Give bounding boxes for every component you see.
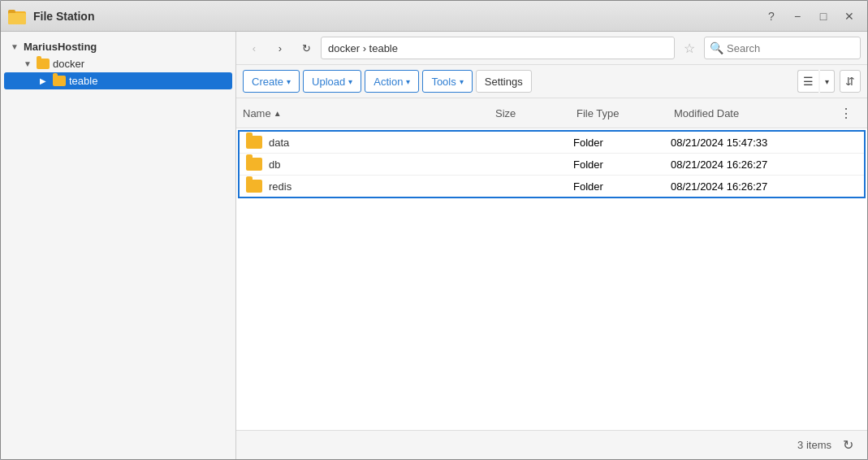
bookmark-button[interactable]: ☆ — [678, 37, 701, 59]
file-name-cell: data — [246, 136, 492, 149]
table-row[interactable]: db Folder 08/21/2024 16:26:27 — [240, 154, 864, 176]
file-list-header: Name ▲ Size File Type Modified Date ⋮ — [236, 98, 867, 128]
sort-button[interactable]: ⇵ — [840, 70, 861, 93]
create-label: Create — [252, 76, 283, 88]
file-modified: 08/21/2024 16:26:27 — [671, 180, 833, 193]
list-view-button[interactable]: ☰ — [797, 70, 818, 93]
sidebar-item-label: docker — [53, 58, 84, 70]
file-name-cell: redis — [246, 180, 492, 193]
sidebar: ▼ MariusHosting ▼ docker ▶ teable — [1, 32, 236, 459]
column-type: File Type — [577, 103, 674, 123]
view-dropdown-button[interactable]: ▾ — [820, 70, 835, 93]
svg-rect-2 — [8, 13, 26, 24]
refresh-button[interactable]: ↻ — [838, 436, 857, 455]
sort-icon: ▲ — [274, 109, 282, 118]
dropdown-arrow-icon: ▾ — [406, 77, 410, 86]
column-size: Size — [495, 103, 577, 123]
sidebar-root-item[interactable]: ▼ MariusHosting — [1, 38, 235, 55]
file-name: redis — [269, 180, 291, 193]
dropdown-arrow-icon: ▾ — [287, 77, 291, 86]
folder-icon — [246, 158, 262, 171]
arrow-icon: ▶ — [40, 76, 50, 85]
sidebar-item-teable[interactable]: ▶ teable — [4, 72, 232, 89]
settings-label: Settings — [485, 76, 523, 88]
view-controls: ☰ ▾ ⇵ — [797, 70, 861, 93]
search-box: 🔍 — [704, 37, 861, 59]
close-button[interactable]: ✕ — [838, 7, 861, 26]
create-button[interactable]: Create ▾ — [243, 70, 300, 93]
arrow-icon: ▼ — [11, 42, 20, 51]
action-bar: Create ▾ Upload ▾ Action ▾ Tools ▾ Setti… — [236, 65, 867, 98]
sidebar-root-label: MariusHosting — [24, 41, 97, 53]
folder-icon — [246, 136, 262, 149]
file-name: data — [269, 137, 289, 149]
title-bar: File Station ? − □ ✕ — [1, 1, 867, 32]
table-row[interactable]: data Folder 08/21/2024 15:47:33 — [240, 132, 864, 154]
file-type: Folder — [573, 180, 671, 193]
search-input[interactable] — [727, 42, 849, 54]
app-icon — [7, 7, 27, 26]
file-modified: 08/21/2024 16:26:27 — [671, 158, 833, 171]
refresh-nav-button[interactable]: ↻ — [295, 37, 317, 59]
tools-label: Tools — [431, 76, 456, 88]
tools-button[interactable]: Tools ▾ — [422, 70, 472, 93]
path-bar: docker › teable — [321, 37, 675, 59]
column-modified: Modified Date — [674, 103, 836, 123]
table-row[interactable]: redis Folder 08/21/2024 16:26:27 — [240, 176, 864, 197]
file-station-window: File Station ? − □ ✕ ▼ MariusHosting ▼ d… — [0, 0, 868, 460]
sidebar-item-docker[interactable]: ▼ docker — [1, 55, 235, 72]
upload-button[interactable]: Upload ▾ — [303, 70, 361, 93]
window-controls: ? − □ ✕ — [760, 7, 861, 26]
arrow-icon: ▼ — [24, 59, 33, 68]
window-title: File Station — [33, 10, 760, 23]
help-button[interactable]: ? — [760, 7, 783, 26]
file-name-cell: db — [246, 158, 492, 171]
action-button[interactable]: Action ▾ — [365, 70, 419, 93]
status-bar: 3 items ↻ — [236, 430, 867, 459]
column-options-button[interactable]: ⋮ — [836, 103, 856, 123]
column-options: ⋮ — [836, 103, 861, 123]
maximize-button[interactable]: □ — [812, 7, 835, 26]
item-count: 3 items — [797, 439, 831, 451]
forward-button[interactable]: › — [269, 37, 291, 59]
file-modified: 08/21/2024 15:47:33 — [671, 137, 833, 149]
main-area: ▼ MariusHosting ▼ docker ▶ teable ‹ › ↻ — [1, 32, 867, 459]
search-icon: 🔍 — [710, 41, 723, 54]
folder-icon — [37, 59, 50, 69]
dropdown-arrow-icon: ▾ — [348, 77, 352, 86]
file-list: Name ▲ Size File Type Modified Date ⋮ — [236, 98, 867, 430]
path-text: docker › teable — [328, 42, 398, 54]
settings-button[interactable]: Settings — [476, 70, 532, 93]
files-body: data Folder 08/21/2024 15:47:33 db — [238, 130, 866, 198]
action-label: Action — [374, 76, 403, 88]
file-type: Folder — [573, 137, 671, 149]
right-panel: ‹ › ↻ docker › teable ☆ 🔍 Create ▾ — [236, 32, 867, 459]
back-button[interactable]: ‹ — [243, 37, 266, 59]
folder-icon — [246, 180, 262, 193]
toolbar: ‹ › ↻ docker › teable ☆ 🔍 — [236, 32, 867, 65]
folder-icon — [53, 76, 66, 86]
dropdown-arrow-icon: ▾ — [460, 77, 464, 86]
file-type: Folder — [573, 158, 671, 171]
file-name: db — [269, 158, 280, 171]
sidebar-item-label: teable — [69, 75, 97, 87]
column-name: Name ▲ — [243, 103, 495, 123]
minimize-button[interactable]: − — [786, 7, 809, 26]
upload-label: Upload — [312, 76, 345, 88]
